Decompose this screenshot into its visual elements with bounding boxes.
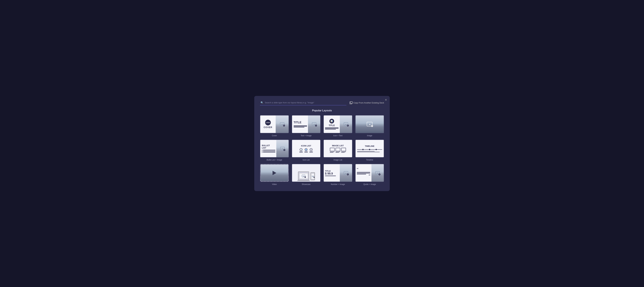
layout-thumb-icon-text: 📊 TITLE <box>324 115 352 133</box>
icon-list-icon: 👤 <box>305 148 308 151</box>
layout-item-number-image[interactable]: TITLE $ 99.9 + <box>324 164 352 186</box>
layout-label-quote-image: Quote + Image <box>363 183 376 186</box>
copy-icon <box>350 102 352 104</box>
layout-picker-modal: × 🔍 Copy From Another Existing Deck Popu… <box>254 96 390 191</box>
image-placeholder-icon: + <box>312 122 316 126</box>
layout-label-timeline: Timeline <box>366 159 373 161</box>
layouts-grid: LOGO COVER + <box>260 115 384 186</box>
layout-thumb-image-list: IMAGE LIST <box>324 140 352 158</box>
layout-thumb-number-image: TITLE $ 99.9 + <box>324 164 352 182</box>
layout-item-icon-text[interactable]: 📊 TITLE <box>324 115 352 137</box>
image-placeholder-icon: + <box>367 122 372 126</box>
layout-label-image-list: Image List <box>334 159 342 161</box>
image-placeholder-icon: + <box>344 171 348 175</box>
layout-item-text-image[interactable]: TITLE <box>292 115 321 137</box>
image-list-img <box>330 148 334 151</box>
section-title: Popular Layouts <box>260 109 384 112</box>
layout-label-icon-list: Icon List <box>302 159 310 161</box>
layout-item-quote-image[interactable]: " " <box>355 164 384 186</box>
icon-list-icon: ⚙ <box>310 148 312 151</box>
layout-thumb-icon-list: ICON LIST 📊 👤 <box>292 140 321 158</box>
layout-item-icon-list[interactable]: ICON LIST 📊 👤 <box>292 140 321 161</box>
layout-label-cover: Cover <box>272 134 277 137</box>
layout-thumb-image: + <box>355 115 384 133</box>
layout-label-icon-text: Icon + Text <box>333 134 342 137</box>
layout-thumb-text-image: TITLE <box>292 115 321 133</box>
layout-item-timeline[interactable]: TIMELINE <box>355 140 384 161</box>
image-list-img <box>341 148 346 151</box>
layout-label-text-image: Text + Image <box>301 134 312 137</box>
layout-item-image[interactable]: + Image <box>355 115 384 137</box>
image-placeholder-icon: + <box>280 147 285 150</box>
layout-thumb-video <box>260 164 289 182</box>
image-placeholder-icon: + <box>344 122 348 126</box>
modal-overlay: × 🔍 Copy From Another Existing Deck Popu… <box>0 0 644 287</box>
search-box: 🔍 <box>260 100 346 106</box>
search-row: 🔍 Copy From Another Existing Deck <box>260 100 384 106</box>
layout-label-showcase: Showcase <box>302 183 310 186</box>
search-icon: 🔍 <box>260 101 264 104</box>
layout-thumb-bullet-list: BULLETLIST <box>260 140 289 158</box>
layout-item-cover[interactable]: LOGO COVER + <box>260 115 289 137</box>
laptop-icon: + <box>298 172 309 180</box>
layout-item-image-list[interactable]: IMAGE LIST <box>324 140 352 161</box>
layout-label-bullet-list: Bullet List + Image <box>266 159 282 161</box>
close-button[interactable]: × <box>385 98 387 102</box>
layout-item-showcase[interactable]: + + <box>292 164 321 186</box>
layout-thumb-cover: LOGO COVER + <box>260 115 289 133</box>
image-placeholder-icon: + <box>280 122 284 126</box>
phone-icon: + <box>310 172 315 180</box>
layout-thumb-showcase: + + <box>292 164 321 182</box>
layout-thumb-timeline: TIMELINE <box>355 140 384 158</box>
layout-item-video[interactable]: Video <box>260 164 289 186</box>
image-list-img <box>336 148 340 151</box>
play-icon <box>272 170 277 176</box>
layout-thumb-quote-image: " " <box>355 164 384 182</box>
logo-circle: LOGO <box>265 120 271 126</box>
layout-label-image: Image <box>367 134 372 137</box>
icon-list-icon: 📊 <box>300 148 302 151</box>
image-placeholder-icon: + <box>376 171 380 175</box>
layout-label-video: Video <box>272 183 277 186</box>
icon-circle: 📊 <box>330 119 334 124</box>
search-input[interactable] <box>265 102 346 104</box>
layout-item-bullet-list[interactable]: BULLETLIST <box>260 140 289 161</box>
copy-from-deck-button[interactable]: Copy From Another Existing Deck <box>350 102 384 104</box>
layout-label-number-image: Number + Image <box>331 183 345 186</box>
